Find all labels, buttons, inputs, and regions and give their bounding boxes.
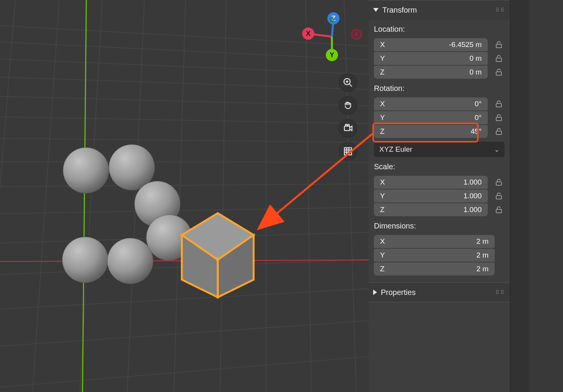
svg-line-23	[266, 0, 266, 392]
transform-panel-header[interactable]: Transform ⠿⠿	[369, 0, 510, 19]
svg-rect-71	[496, 196, 502, 199]
lock-icon[interactable]	[493, 112, 505, 123]
lock-icon[interactable]	[493, 98, 505, 110]
viewport-nav-buttons	[339, 73, 357, 160]
svg-line-8	[0, 162, 369, 162]
rotation-label: Rotation:	[369, 79, 510, 97]
viewport-axis-gizmo[interactable]: X Y Z	[301, 7, 362, 68]
svg-line-12	[0, 75, 369, 91]
svg-rect-68	[496, 117, 502, 121]
camera-view-button[interactable]	[339, 119, 357, 138]
svg-rect-65	[496, 58, 502, 62]
selected-cube[interactable]	[182, 213, 254, 297]
svg-line-7	[0, 183, 369, 187]
svg-text:X: X	[306, 30, 311, 37]
svg-line-9	[0, 138, 369, 143]
location-z-field[interactable]: Z 0 m	[374, 66, 488, 79]
location-x-field[interactable]: X -6.4525 m	[374, 38, 488, 51]
dimensions-x-field[interactable]: X 2 m	[374, 235, 495, 248]
dimensions-z-field[interactable]: Z 2 m	[374, 262, 495, 275]
lock-icon[interactable]	[493, 190, 505, 202]
svg-point-58	[348, 125, 349, 126]
scale-y-field[interactable]: Y 1.000	[374, 190, 488, 202]
svg-line-17	[0, 0, 15, 392]
rotation-x-field[interactable]: X 0°	[374, 97, 488, 110]
perspective-toggle-button[interactable]	[339, 142, 357, 160]
svg-rect-64	[496, 44, 502, 48]
svg-rect-72	[496, 209, 502, 213]
zoom-button[interactable]	[339, 73, 357, 92]
svg-point-50	[354, 32, 359, 37]
drag-grip-icon[interactable]: ⠿⠿	[495, 7, 505, 13]
svg-rect-66	[496, 72, 502, 75]
svg-line-3	[0, 286, 369, 313]
pan-button[interactable]	[339, 96, 357, 115]
properties-panel-header[interactable]: Properties ⠿⠿	[369, 282, 510, 302]
lock-icon[interactable]	[493, 177, 505, 188]
svg-point-34	[62, 237, 108, 283]
svg-line-10	[0, 115, 369, 125]
svg-text:Y: Y	[330, 51, 334, 59]
svg-line-53	[349, 84, 352, 87]
location-y-field[interactable]: Y 0 m	[374, 52, 488, 65]
panel-tabs[interactable]	[510, 0, 529, 392]
svg-line-19	[78, 0, 102, 392]
svg-rect-56	[345, 126, 350, 131]
svg-rect-69	[496, 131, 502, 134]
panel-title: Transform	[382, 6, 417, 15]
lock-icon[interactable]	[493, 66, 505, 78]
svg-point-51	[330, 18, 334, 22]
dimensions-y-field[interactable]: Y 2 m	[374, 249, 495, 262]
svg-line-1	[0, 352, 369, 392]
lock-icon[interactable]	[493, 126, 505, 137]
dimensions-label: Dimensions:	[369, 216, 510, 235]
svg-rect-59	[345, 148, 352, 155]
svg-point-39	[216, 257, 220, 261]
chevron-down-icon: ⌄	[494, 146, 499, 153]
scale-label: Scale:	[369, 157, 510, 176]
rotation-mode-dropdown[interactable]: XYZ Euler ⌄	[374, 142, 505, 157]
rotation-z-field[interactable]: Z 45°	[374, 125, 488, 138]
scale-z-field[interactable]: Z 1.000	[374, 203, 488, 216]
sphere-objects[interactable]	[62, 144, 192, 284]
svg-line-6	[0, 206, 369, 215]
svg-point-30	[63, 147, 109, 193]
svg-point-57	[345, 125, 347, 126]
svg-line-18	[31, 0, 59, 392]
drag-grip-icon[interactable]: ⠿⠿	[495, 289, 505, 295]
3d-viewport[interactable]: X Y Z	[0, 0, 369, 392]
svg-line-11	[0, 94, 369, 107]
lock-icon[interactable]	[493, 53, 505, 64]
svg-line-2	[0, 317, 369, 352]
scale-x-field[interactable]: X 1.000	[374, 176, 488, 189]
location-label: Location:	[369, 19, 510, 38]
lock-icon[interactable]	[493, 39, 505, 50]
y-axis-line	[83, 0, 86, 392]
svg-point-35	[107, 238, 153, 284]
n-panel: Transform ⠿⠿ Location: X -6.4525 m Y 0 m	[369, 0, 510, 392]
rotation-y-field[interactable]: Y 0°	[374, 111, 488, 124]
lock-icon[interactable]	[493, 204, 505, 215]
svg-rect-70	[496, 182, 502, 185]
svg-line-22	[220, 0, 226, 392]
svg-rect-67	[496, 104, 502, 107]
panel-title: Properties	[381, 288, 416, 297]
